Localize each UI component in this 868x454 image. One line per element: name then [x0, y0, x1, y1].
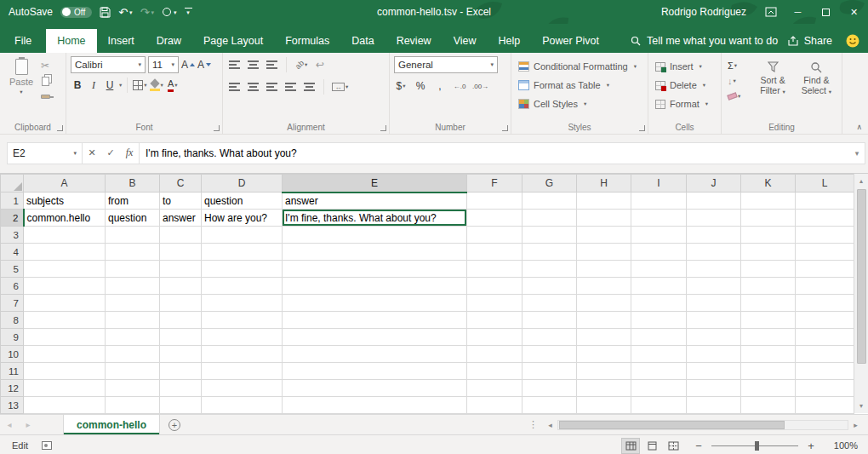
row-header-7[interactable]: 7	[1, 295, 24, 312]
feedback-smiley-icon[interactable]	[846, 34, 859, 48]
cell-G4[interactable]	[523, 244, 577, 261]
row-header-6[interactable]: 6	[1, 278, 24, 295]
cell-I3[interactable]	[631, 227, 687, 244]
styles-dialog-launcher-icon[interactable]	[639, 125, 645, 131]
cell-K5[interactable]	[741, 261, 796, 278]
row-header-3[interactable]: 3	[1, 227, 24, 244]
cell-E8[interactable]	[283, 312, 467, 329]
cell-H13[interactable]	[577, 397, 631, 414]
share-button[interactable]: Share	[788, 35, 832, 47]
cell-I9[interactable]	[631, 329, 687, 346]
page-layout-view-button[interactable]	[642, 438, 661, 454]
tab-file[interactable]: File	[0, 29, 46, 53]
cell-B2[interactable]: question	[106, 210, 160, 227]
align-left-button[interactable]	[227, 78, 241, 95]
cell-D11[interactable]	[202, 363, 283, 380]
cell-D3[interactable]	[202, 227, 283, 244]
cell-F13[interactable]	[467, 397, 523, 414]
decrease-indent-button[interactable]	[283, 78, 297, 95]
cell-I6[interactable]	[631, 278, 687, 295]
cell-K9[interactable]	[741, 329, 796, 346]
cell-F9[interactable]	[467, 329, 523, 346]
cell-L11[interactable]	[796, 363, 854, 380]
zoom-level[interactable]: 100%	[825, 440, 858, 451]
page-break-view-button[interactable]	[664, 438, 682, 454]
cell-H6[interactable]	[577, 278, 631, 295]
sheet-bar-resize-handle[interactable]: ⋮	[523, 415, 543, 434]
number-format-select[interactable]: General ▾	[394, 56, 498, 73]
cell-K3[interactable]	[741, 227, 796, 244]
tab-insert[interactable]: Insert	[97, 29, 146, 53]
cell-E13[interactable]	[283, 397, 467, 414]
cut-button[interactable]: ✂	[38, 60, 52, 72]
column-header-K[interactable]: K	[741, 175, 796, 193]
cell-D12[interactable]	[202, 380, 283, 397]
user-name[interactable]: Rodrigo Rodriguez	[661, 6, 746, 18]
cell-K13[interactable]	[741, 397, 796, 414]
tab-draw[interactable]: Draw	[146, 29, 192, 53]
save-icon[interactable]	[100, 7, 111, 18]
column-header-J[interactable]: J	[687, 175, 741, 193]
cell-D10[interactable]	[202, 346, 283, 363]
cell-E9[interactable]	[283, 329, 467, 346]
enter-icon[interactable]: ✓	[101, 143, 120, 164]
cell-B11[interactable]	[106, 363, 160, 380]
name-box-caret-icon[interactable]: ▾	[73, 150, 77, 157]
cell-I13[interactable]	[631, 397, 687, 414]
cell-F1[interactable]	[467, 193, 523, 210]
cell-H5[interactable]	[577, 261, 631, 278]
underline-caret-icon[interactable]: ▾	[119, 82, 122, 89]
close-button[interactable]: ✕	[840, 0, 868, 24]
cell-G13[interactable]	[523, 397, 577, 414]
currency-button[interactable]: $▾	[394, 78, 408, 95]
alignment-dialog-launcher-icon[interactable]	[380, 125, 386, 131]
cell-H9[interactable]	[577, 329, 631, 346]
cell-A12[interactable]	[24, 380, 106, 397]
cell-F4[interactable]	[467, 244, 523, 261]
cell-K4[interactable]	[741, 244, 796, 261]
cell-J5[interactable]	[687, 261, 741, 278]
horizontal-scroll-thumb[interactable]	[559, 421, 785, 429]
cell-G3[interactable]	[523, 227, 577, 244]
row-header-11[interactable]: 11	[1, 363, 24, 380]
cell-G1[interactable]	[523, 193, 577, 210]
cell-D13[interactable]	[202, 397, 283, 414]
cell-J3[interactable]	[687, 227, 741, 244]
cell-H1[interactable]	[577, 193, 631, 210]
font-dialog-launcher-icon[interactable]	[214, 125, 220, 131]
font-size-select[interactable]: 11 ▾	[148, 56, 179, 73]
shrink-font-button[interactable]: A	[197, 56, 211, 73]
align-center-button[interactable]	[246, 78, 260, 95]
cell-D8[interactable]	[202, 312, 283, 329]
delete-cells-button[interactable]: Delete ▾	[653, 77, 717, 94]
orientation-button[interactable]: ab▾	[294, 56, 308, 73]
cell-D2[interactable]: How are you?	[202, 210, 283, 227]
cell-D6[interactable]	[202, 278, 283, 295]
cell-L1[interactable]	[796, 193, 854, 210]
zoom-in-button[interactable]: +	[804, 440, 818, 452]
cell-F2[interactable]	[467, 210, 523, 227]
formula-bar-expand-icon[interactable]: ▾	[849, 149, 865, 158]
cell-L2[interactable]	[796, 210, 854, 227]
cell-J9[interactable]	[687, 329, 741, 346]
decrease-decimal-button[interactable]: .00→	[472, 78, 488, 95]
column-header-A[interactable]: A	[24, 175, 106, 193]
cell-C1[interactable]: to	[160, 193, 202, 210]
cell-D5[interactable]	[202, 261, 283, 278]
cell-J10[interactable]	[687, 346, 741, 363]
cell-L4[interactable]	[796, 244, 854, 261]
tab-home[interactable]: Home	[46, 29, 96, 53]
number-dialog-launcher-icon[interactable]	[502, 125, 508, 131]
cell-J2[interactable]	[687, 210, 741, 227]
cell-E3[interactable]	[283, 227, 467, 244]
cell-J8[interactable]	[687, 312, 741, 329]
row-header-5[interactable]: 5	[1, 261, 24, 278]
cell-B3[interactable]	[106, 227, 160, 244]
column-header-H[interactable]: H	[577, 175, 631, 193]
scroll-up-icon[interactable]: ▴	[854, 174, 868, 188]
cell-D7[interactable]	[202, 295, 283, 312]
cell-K11[interactable]	[741, 363, 796, 380]
cell-B13[interactable]	[106, 397, 160, 414]
bold-button[interactable]: B	[71, 77, 84, 94]
ribbon-display-options-icon[interactable]	[758, 0, 784, 24]
